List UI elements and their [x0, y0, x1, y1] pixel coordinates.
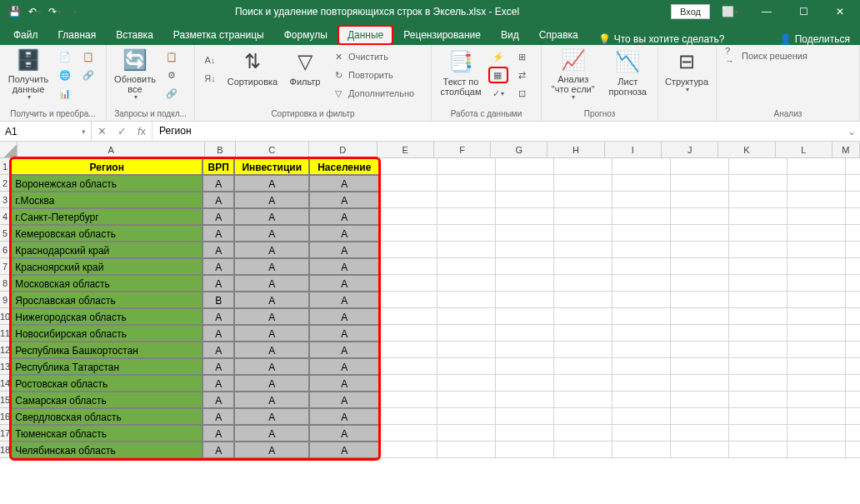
- cell[interactable]: ВРП: [202, 158, 234, 175]
- cell[interactable]: [379, 442, 438, 458]
- cell[interactable]: [671, 292, 729, 308]
- sort-asc-icon[interactable]: A↓: [200, 52, 220, 68]
- cell[interactable]: [496, 192, 554, 208]
- cell[interactable]: [496, 325, 554, 342]
- tab-review[interactable]: Рецензирование: [393, 25, 491, 45]
- cell[interactable]: Московская область: [11, 275, 202, 292]
- fx-icon[interactable]: fx: [132, 122, 152, 142]
- col-header[interactable]: J: [662, 142, 718, 158]
- row-header[interactable]: 14: [0, 375, 11, 392]
- consolidate-icon[interactable]: ⊞: [512, 48, 532, 65]
- cell[interactable]: Республика Татарстан: [11, 358, 202, 375]
- col-header[interactable]: C: [236, 142, 309, 158]
- row-header[interactable]: 17: [0, 425, 11, 442]
- flash-fill-icon[interactable]: ⚡: [488, 48, 508, 65]
- confirm-formula-icon[interactable]: ✓: [112, 122, 132, 142]
- cell[interactable]: Красноярский край: [11, 258, 202, 275]
- from-web-icon[interactable]: 🌐: [55, 67, 75, 83]
- cell[interactable]: A: [202, 175, 234, 192]
- cell[interactable]: [496, 242, 554, 258]
- row-header[interactable]: 10: [0, 308, 11, 325]
- cell[interactable]: [846, 192, 860, 208]
- relationships-icon[interactable]: ⇄: [512, 67, 532, 83]
- cell[interactable]: A: [309, 292, 379, 308]
- cell[interactable]: A: [309, 408, 379, 425]
- advanced-filter-button[interactable]: ▽Дополнительно: [328, 85, 418, 102]
- cell[interactable]: [788, 325, 846, 342]
- cell[interactable]: [671, 375, 729, 392]
- tab-home[interactable]: Главная: [48, 25, 107, 45]
- cell[interactable]: [496, 292, 554, 308]
- col-header[interactable]: H: [548, 142, 604, 158]
- tab-insert[interactable]: Вставка: [106, 25, 163, 45]
- cell[interactable]: [379, 208, 438, 225]
- cell[interactable]: [554, 342, 612, 358]
- cell[interactable]: [379, 225, 438, 242]
- cell[interactable]: [438, 442, 496, 458]
- undo-icon[interactable]: ↶▾: [25, 2, 43, 21]
- cell[interactable]: [438, 425, 496, 442]
- tab-help[interactable]: Справка: [529, 25, 588, 45]
- cell[interactable]: [671, 442, 729, 458]
- cell[interactable]: [554, 225, 612, 242]
- select-all-corner[interactable]: [0, 142, 18, 158]
- row-header[interactable]: 8: [0, 275, 11, 292]
- cell[interactable]: A: [234, 375, 309, 392]
- cell[interactable]: [788, 308, 846, 325]
- cell[interactable]: [379, 158, 438, 175]
- cell[interactable]: [554, 158, 612, 175]
- cell[interactable]: [729, 358, 788, 375]
- cell[interactable]: [438, 192, 496, 208]
- cell[interactable]: [729, 308, 788, 325]
- cell[interactable]: [788, 242, 846, 258]
- cell[interactable]: Челябинская область: [11, 442, 202, 458]
- row-header[interactable]: 5: [0, 225, 11, 242]
- cell[interactable]: A: [309, 242, 379, 258]
- cell[interactable]: Население: [309, 158, 379, 175]
- row-header[interactable]: 4: [0, 208, 11, 225]
- cell[interactable]: A: [234, 442, 309, 458]
- cell[interactable]: [438, 325, 496, 342]
- close-icon[interactable]: ✕: [823, 0, 857, 23]
- col-header[interactable]: E: [378, 142, 434, 158]
- cell[interactable]: A: [234, 242, 309, 258]
- cell[interactable]: [438, 375, 496, 392]
- cell[interactable]: [846, 225, 860, 242]
- cell[interactable]: A: [202, 225, 234, 242]
- cell[interactable]: [729, 208, 788, 225]
- cell[interactable]: [554, 175, 612, 192]
- cell[interactable]: Ярославская область: [11, 292, 202, 308]
- cell[interactable]: [438, 258, 496, 275]
- cell[interactable]: [846, 358, 860, 375]
- cell[interactable]: [612, 258, 671, 275]
- cell[interactable]: [438, 308, 496, 325]
- cell[interactable]: [438, 242, 496, 258]
- minimize-icon[interactable]: —: [750, 0, 783, 23]
- cell[interactable]: [671, 225, 729, 242]
- col-header[interactable]: B: [205, 142, 236, 158]
- cell[interactable]: [729, 158, 788, 175]
- cell[interactable]: [671, 258, 729, 275]
- cell[interactable]: [671, 325, 729, 342]
- cell[interactable]: A: [202, 342, 234, 358]
- cell[interactable]: [846, 392, 860, 408]
- cell[interactable]: Нижегородская область: [11, 308, 202, 325]
- existing-conn-icon[interactable]: 🔗: [78, 67, 98, 83]
- cell[interactable]: Регион: [11, 158, 202, 175]
- cell[interactable]: [612, 175, 671, 192]
- cell[interactable]: [438, 358, 496, 375]
- cell[interactable]: Ростовская область: [11, 375, 202, 392]
- cell[interactable]: [671, 158, 729, 175]
- cell[interactable]: Новосибирская область: [11, 325, 202, 342]
- cell[interactable]: A: [309, 425, 379, 442]
- ribbon-options-icon[interactable]: ⬜▾: [713, 0, 747, 23]
- cell[interactable]: [438, 175, 496, 192]
- cell[interactable]: [379, 192, 438, 208]
- cell[interactable]: [554, 258, 612, 275]
- cell[interactable]: [438, 292, 496, 308]
- cell[interactable]: [846, 342, 860, 358]
- cell[interactable]: [729, 392, 788, 408]
- recent-sources-icon[interactable]: 📋: [78, 48, 98, 65]
- row-header[interactable]: 1: [0, 158, 11, 175]
- cell[interactable]: B: [202, 292, 234, 308]
